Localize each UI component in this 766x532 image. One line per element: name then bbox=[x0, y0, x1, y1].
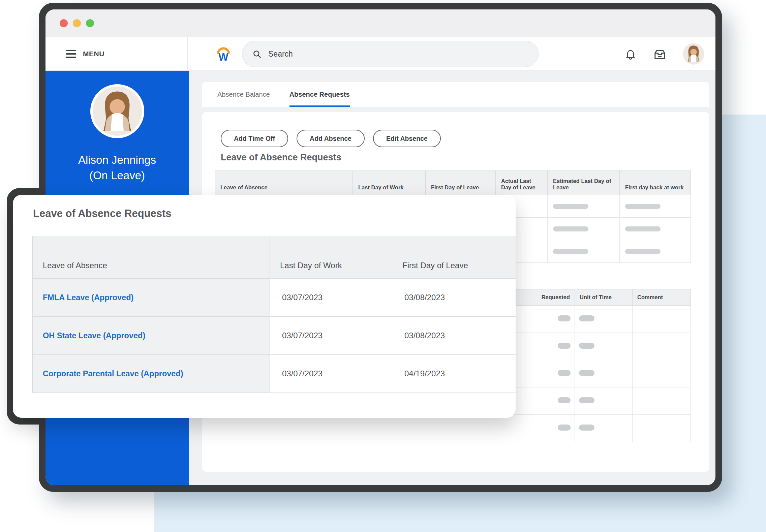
card-table: Leave of Absence Last Day of Work First … bbox=[32, 236, 516, 393]
leave-link-oh-state[interactable]: OH State Leave (Approved) bbox=[43, 331, 145, 340]
leave-requests-zoom-card: Leave of Absence Requests Leave of Absen… bbox=[13, 195, 516, 418]
profile-name: Alison Jennings (On Leave) bbox=[78, 152, 156, 183]
placeholder-pill bbox=[558, 370, 571, 376]
first-day-cell: 03/08/2023 bbox=[392, 317, 516, 355]
last-day-cell: 03/07/2023 bbox=[270, 317, 392, 355]
edit-absence-button[interactable]: Edit Absence bbox=[373, 130, 441, 147]
placeholder-pill bbox=[625, 204, 661, 209]
placeholder-pill bbox=[553, 249, 588, 254]
search-placeholder: Search bbox=[268, 50, 293, 59]
notifications-button[interactable] bbox=[624, 48, 637, 61]
section-title: Leave of Absence Requests bbox=[221, 152, 341, 163]
hamburger-icon bbox=[66, 50, 76, 58]
placeholder-pill bbox=[625, 226, 661, 231]
placeholder-pill bbox=[553, 226, 588, 231]
placeholder-pill bbox=[579, 315, 594, 321]
header-divider bbox=[187, 37, 188, 70]
placeholder-pill bbox=[579, 397, 594, 403]
avatar-image bbox=[683, 43, 704, 64]
user-avatar[interactable] bbox=[683, 43, 704, 64]
table-row bbox=[215, 415, 691, 442]
card-col-leave-of-absence: Leave of Absence bbox=[33, 236, 270, 279]
leave-link-corporate-parental[interactable]: Corporate Parental Leave (Approved) bbox=[43, 369, 183, 378]
placeholder-pill bbox=[558, 343, 571, 349]
col-first-day-of-leave: First Day of Leave bbox=[426, 171, 496, 195]
inbox-button[interactable] bbox=[653, 48, 667, 63]
search-icon bbox=[252, 50, 262, 59]
svg-text:W: W bbox=[218, 51, 228, 62]
col-comment: Comment bbox=[633, 289, 691, 306]
col-unit-of-time: Unit of Time bbox=[575, 289, 633, 306]
app-header: MENU W Search bbox=[45, 37, 715, 71]
leave-link-fmla[interactable]: FMLA Leave (Approved) bbox=[43, 293, 133, 302]
col-first-day-back: First day back at work bbox=[620, 171, 691, 195]
first-day-cell: 03/08/2023 bbox=[392, 279, 516, 317]
col-last-day-of-work: Last Day of Work bbox=[353, 171, 426, 195]
search-input[interactable]: Search bbox=[242, 41, 539, 67]
profile-name-text: Alison Jennings bbox=[78, 152, 156, 168]
toolbar: Add Time Off Add Absence Edit Absence bbox=[221, 130, 441, 147]
col-estimated-last-day: Estimated Last Day of Leave bbox=[548, 171, 620, 195]
page: MENU W Search bbox=[0, 0, 766, 532]
menu-label: MENU bbox=[83, 50, 104, 58]
placeholder-pill bbox=[579, 425, 594, 431]
col-leave-of-absence: Leave of Absence bbox=[215, 171, 353, 195]
col-actual-last-day: Actual Last Day of Leave bbox=[496, 171, 548, 195]
tab-absence-requests[interactable]: Absence Requests bbox=[289, 82, 350, 107]
placeholder-pill bbox=[579, 343, 594, 349]
card-col-last-day-of-work: Last Day of Work bbox=[270, 236, 392, 279]
card-col-first-day-of-leave: First Day of Leave bbox=[392, 236, 516, 279]
add-absence-button[interactable]: Add Absence bbox=[297, 130, 365, 147]
close-window-button[interactable] bbox=[60, 19, 68, 27]
maximize-window-button[interactable] bbox=[86, 19, 94, 27]
card-table-row: FMLA Leave (Approved) 03/07/2023 03/08/2… bbox=[33, 279, 516, 317]
tab-absence-balance[interactable]: Absence Balance bbox=[217, 82, 270, 107]
placeholder-pill bbox=[579, 370, 594, 376]
table-header-row: Leave of Absence Last Day of Work First … bbox=[215, 171, 691, 195]
profile-photo bbox=[90, 84, 144, 138]
placeholder-pill bbox=[558, 397, 571, 403]
last-day-cell: 03/07/2023 bbox=[270, 355, 392, 393]
placeholder-pill bbox=[625, 249, 661, 254]
workday-logo[interactable]: W bbox=[216, 45, 231, 63]
first-day-cell: 04/19/2023 bbox=[392, 355, 516, 393]
card-title: Leave of Absence Requests bbox=[33, 208, 172, 220]
inbox-tray-icon bbox=[653, 48, 667, 61]
card-header-row: Leave of Absence Last Day of Work First … bbox=[33, 236, 516, 279]
placeholder-pill bbox=[553, 204, 588, 209]
col-requested: Requested bbox=[519, 289, 575, 306]
minimize-window-button[interactable] bbox=[73, 19, 81, 27]
card-table-row: Corporate Parental Leave (Approved) 03/0… bbox=[33, 355, 516, 393]
window-titlebar bbox=[45, 9, 715, 37]
card-table-row: OH State Leave (Approved) 03/07/2023 03/… bbox=[33, 317, 516, 355]
placeholder-pill bbox=[558, 315, 571, 321]
placeholder-pill bbox=[558, 425, 571, 431]
profile-status: (On Leave) bbox=[78, 168, 156, 183]
tabs-bar: Absence Balance Absence Requests bbox=[202, 82, 709, 107]
bell-icon bbox=[624, 48, 637, 60]
last-day-cell: 03/07/2023 bbox=[270, 279, 392, 317]
menu-button[interactable]: MENU bbox=[66, 37, 104, 70]
add-time-off-button[interactable]: Add Time Off bbox=[221, 130, 288, 147]
